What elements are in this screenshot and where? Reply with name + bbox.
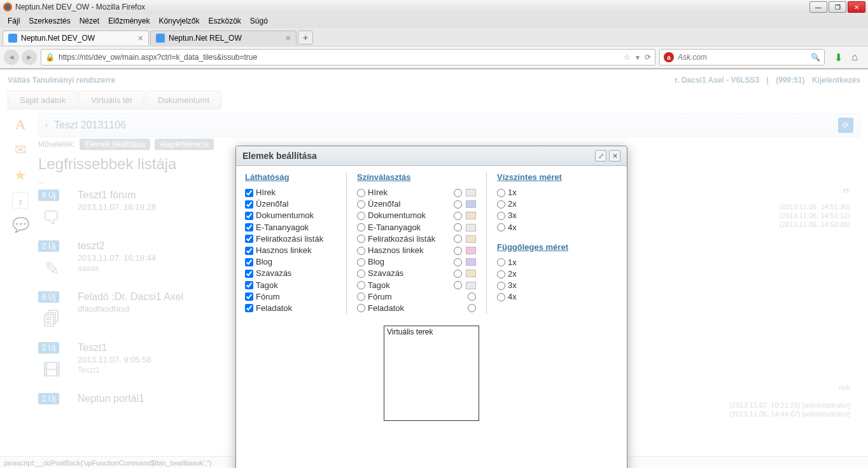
visibility-checkbox[interactable] (245, 212, 253, 220)
visibility-checkbox[interactable] (245, 223, 253, 231)
color-swatch-radio[interactable] (454, 258, 462, 266)
color-swatch-radio[interactable] (468, 304, 476, 312)
download-icon[interactable]: ⬇ (832, 52, 844, 63)
hsize-option-radio[interactable] (497, 200, 505, 209)
hsize-option-radio[interactable] (497, 223, 505, 231)
vsize-option-radio[interactable] (497, 258, 505, 266)
color-radio[interactable] (357, 247, 365, 255)
hsize-option: 1x (497, 187, 608, 198)
color-swatch (466, 282, 476, 289)
visibility-option: Hírek (245, 187, 336, 198)
tab-close-icon[interactable]: × (286, 34, 291, 43)
color-radio[interactable] (357, 223, 365, 231)
forward-button[interactable]: ► (22, 50, 37, 65)
vsize-option-label: 4x (508, 291, 517, 303)
menubar: Fájl Szerkesztés Nézet Előzmények Könyvj… (0, 14, 868, 28)
menu-view[interactable]: Nézet (76, 15, 103, 27)
vsize-option-radio[interactable] (497, 282, 505, 290)
color-radio[interactable] (357, 200, 365, 209)
hsize-option-radio[interactable] (497, 189, 505, 197)
menu-bookmarks[interactable]: Könyvjelzők (155, 15, 203, 27)
menu-edit[interactable]: Szerkesztés (25, 15, 74, 27)
color-swatch (466, 270, 476, 277)
vsize-option: 2x (497, 268, 608, 280)
new-tab-button[interactable]: + (298, 31, 313, 45)
color-label: Üzenőfal (368, 198, 400, 210)
visibility-label: Dokumentumok (256, 210, 314, 221)
visibility-label: Blog (256, 256, 272, 268)
dialog-title: Elemek beállítása (242, 151, 592, 161)
color-swatch-radio[interactable] (454, 212, 462, 220)
browser-tab-2[interactable]: Neptun.Net REL_OW × (150, 31, 297, 45)
visibility-checkbox[interactable] (245, 304, 253, 312)
reload-icon[interactable]: ⟳ (645, 53, 651, 62)
visibility-checkbox[interactable] (245, 270, 253, 278)
color-option: Üzenőfal (357, 198, 476, 210)
color-swatch-radio[interactable] (454, 247, 462, 255)
visibility-checkbox[interactable] (245, 281, 253, 289)
color-swatch (466, 235, 476, 243)
color-radio[interactable] (357, 304, 365, 312)
dialog-close-button[interactable]: ✕ (609, 150, 620, 162)
color-swatch-radio[interactable] (468, 292, 476, 301)
color-radio[interactable] (357, 235, 365, 243)
hsize-option: 3x (497, 210, 608, 221)
color-swatch-radio[interactable] (454, 223, 462, 231)
vsize-option-radio[interactable] (497, 270, 505, 279)
tab-close-icon[interactable]: × (138, 34, 143, 43)
visibility-checkbox[interactable] (245, 258, 253, 266)
vsize-option: 3x (497, 280, 608, 291)
menu-help[interactable]: Súgó (246, 15, 272, 27)
hsize-option-radio[interactable] (497, 212, 505, 220)
color-swatch-radio[interactable] (454, 281, 462, 289)
color-swatch (466, 258, 476, 266)
color-radio[interactable] (357, 258, 365, 266)
search-input[interactable] (678, 53, 807, 62)
color-swatch-radio[interactable] (454, 235, 462, 243)
hsize-option-label: 3x (508, 210, 517, 221)
vsize-option-radio[interactable] (497, 293, 505, 301)
menu-tools[interactable]: Eszközök (204, 15, 244, 27)
browser-tab-1[interactable]: Neptun.Net DEV_OW × (3, 31, 149, 45)
minimize-button[interactable]: — (809, 1, 827, 13)
color-radio[interactable] (357, 292, 365, 301)
visibility-checkbox[interactable] (245, 189, 253, 197)
color-label: Szavazás (368, 268, 403, 279)
url-box[interactable]: 🔒 https://nts/dev_ow/main.aspx?ctrl=k_da… (41, 49, 655, 65)
hsize-option-label: 1x (508, 187, 517, 198)
color-radio[interactable] (357, 270, 365, 278)
color-radio[interactable] (357, 189, 365, 197)
color-swatch-radio[interactable] (454, 189, 462, 197)
menu-history[interactable]: Előzmények (104, 15, 153, 27)
tab-label: Neptun.Net REL_OW (169, 34, 242, 43)
color-option: Dokumentumok (357, 210, 476, 221)
visibility-checkbox[interactable] (245, 235, 253, 243)
visibility-label: Tagok (256, 280, 278, 291)
visibility-checkbox[interactable] (245, 247, 253, 255)
url-dropdown-icon[interactable]: ▼ (634, 54, 641, 61)
color-radio[interactable] (357, 281, 365, 289)
color-option: Blog (357, 256, 476, 268)
bookmark-star-icon[interactable]: ☆ (624, 53, 631, 62)
back-button[interactable]: ◄ (4, 50, 19, 65)
color-option: Szavazás (357, 268, 476, 279)
search-box[interactable]: a 🔍 (659, 49, 825, 65)
dialog-titlebar[interactable]: Elemek beállítása ⤢ ✕ (236, 146, 627, 166)
vsize-option-label: 2x (508, 268, 517, 280)
home-icon[interactable]: ⌂ (849, 52, 860, 63)
maximize-button[interactable]: ❐ (829, 1, 846, 13)
visibility-checkbox[interactable] (245, 200, 253, 209)
menu-file[interactable]: Fájl (4, 15, 24, 27)
color-radio[interactable] (357, 212, 365, 220)
virtualis-terek-box[interactable]: Virtuális terek (384, 326, 479, 421)
color-swatch-radio[interactable] (454, 270, 462, 278)
color-option: Feladatok (357, 303, 476, 314)
close-window-button[interactable]: ✕ (848, 1, 865, 13)
visibility-option: Üzenőfal (245, 198, 336, 210)
color-label: Dokumentumok (368, 210, 426, 221)
search-icon[interactable]: 🔍 (811, 53, 820, 62)
visibility-checkbox[interactable] (245, 292, 253, 301)
dialog-expand-button[interactable]: ⤢ (595, 150, 606, 162)
visibility-label: Feladatok (256, 303, 292, 314)
color-swatch-radio[interactable] (454, 200, 462, 209)
